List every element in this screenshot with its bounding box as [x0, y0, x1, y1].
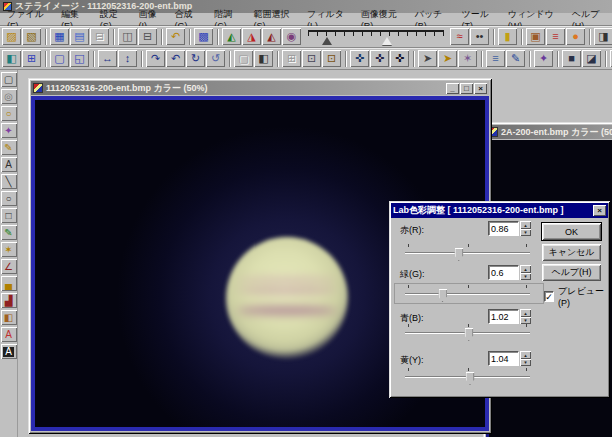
red-slider-thumb[interactable] — [454, 248, 463, 261]
grid-add-button[interactable]: ⊞ — [22, 50, 41, 67]
composite-button[interactable]: ▩ — [194, 28, 213, 45]
blue-spin-down[interactable]: ▾ — [520, 317, 531, 325]
comet-brush-button[interactable]: ✦ — [534, 50, 553, 67]
pseudo-color-button[interactable]: ▮ — [498, 28, 517, 45]
pan-tool[interactable]: ◎ — [1, 89, 17, 104]
levels-icon: ◭ — [227, 31, 235, 42]
pan-hand-button[interactable]: ✜ — [350, 50, 369, 67]
palette-tool[interactable]: ◧ — [1, 310, 17, 325]
text-color-tool[interactable]: A — [1, 327, 17, 342]
resize-button[interactable]: ◱ — [70, 50, 89, 67]
level-high-marker[interactable] — [382, 37, 392, 45]
batch-adjust-button[interactable]: ≡ — [486, 50, 505, 67]
annotate-button[interactable]: ✎ — [506, 50, 525, 67]
toolbar-main: ▨▧▦▤⊟◫⊟↶▩◭◮◭◉≈••▮▣≡●◨ — [0, 26, 612, 48]
printer-button[interactable]: ⊟ — [138, 28, 157, 45]
yellow-spin-up[interactable]: ▴ — [520, 351, 531, 359]
yellow-input[interactable] — [488, 351, 519, 366]
dialog-close-button[interactable]: × — [593, 205, 606, 216]
snapshot-button[interactable]: ◨ — [594, 28, 612, 45]
line-tool[interactable]: ╲ — [1, 174, 17, 189]
level-low-marker[interactable] — [322, 37, 332, 45]
yellow-spin-down[interactable]: ▾ — [520, 359, 531, 367]
scan-button[interactable]: ◫ — [118, 28, 137, 45]
dialog-titlebar[interactable]: Lab色彩調整 [ 1112052316-200-ent.bmp ] × — [391, 203, 608, 218]
flip-horizontal-button[interactable]: ↔ — [98, 50, 117, 67]
image-window-2-titlebar[interactable]: 2A-200-ent.bmp カラー (50%) — [486, 125, 612, 139]
open-folder-button[interactable]: ▧ — [22, 28, 41, 45]
rotate-free-button[interactable]: ↺ — [206, 50, 225, 67]
color-wheel-button[interactable]: ● — [566, 28, 585, 45]
duplicate-window-button[interactable]: ⊡ — [302, 50, 321, 67]
histogram-tool[interactable]: ▟ — [1, 293, 17, 308]
open-file-button[interactable]: ▨ — [2, 28, 21, 45]
yellow-slider-thumb[interactable] — [466, 372, 475, 385]
marquee-tool[interactable]: ▢ — [1, 72, 17, 87]
undo-button[interactable]: ↶ — [166, 28, 185, 45]
tone-curve-button[interactable]: ≈ — [450, 28, 469, 45]
preview-checkbox-label: プレビュー(P) — [558, 285, 610, 308]
red-input[interactable] — [488, 221, 519, 236]
text-invert-tool[interactable]: A — [1, 344, 17, 359]
image-window-1-titlebar[interactable]: 1112052316-200-ent.bmp カラー (50%) _□× — [31, 81, 489, 95]
dark-frame-icon: ■ — [568, 53, 575, 64]
dark-frame-button[interactable]: ■ — [562, 50, 581, 67]
blink-compare-button[interactable]: •• — [470, 28, 489, 45]
pointer-button[interactable]: ➤ — [418, 50, 437, 67]
red-spin-down[interactable]: ▾ — [520, 229, 531, 237]
green-spin-down[interactable]: ▾ — [520, 273, 531, 281]
measure-tool[interactable]: ∠ — [1, 259, 17, 274]
text-tool[interactable]: A — [1, 157, 17, 172]
save-button[interactable]: ▦ — [50, 28, 69, 45]
flat-frame-button[interactable]: ◪ — [582, 50, 601, 67]
rectangle-tool[interactable]: □ — [1, 208, 17, 223]
levels-adjust-button[interactable]: ◭ — [262, 28, 281, 45]
pointer-star-button[interactable]: ➤ — [438, 50, 457, 67]
green-slider-thumb[interactable] — [438, 289, 447, 302]
pencil-tool[interactable]: ✎ — [1, 225, 17, 240]
wand-tool[interactable]: ✶ — [1, 242, 17, 257]
yellow-slider[interactable] — [405, 368, 530, 384]
levels-zoom-button[interactable]: ◉ — [282, 28, 301, 45]
preview-checkbox[interactable]: ✓ — [544, 291, 554, 302]
select-frame-button[interactable]: ▢ — [50, 50, 69, 67]
rotate-right-button[interactable]: ↷ — [146, 50, 165, 67]
minimize-button[interactable]: _ — [446, 83, 459, 94]
thumbnail-button[interactable]: ▣ — [526, 28, 545, 45]
dropper-tool[interactable]: ✎ — [1, 140, 17, 155]
flip-vertical-button[interactable]: ↕ — [118, 50, 137, 67]
rotate-180-button[interactable]: ↻ — [186, 50, 205, 67]
zoom-tool[interactable]: ○ — [1, 106, 17, 121]
close-button[interactable]: × — [474, 83, 487, 94]
rgb-align-button[interactable]: ≡ — [546, 28, 565, 45]
align-stars-button[interactable]: ✶ — [458, 50, 477, 67]
blue-slider-thumb[interactable] — [464, 328, 473, 341]
mask-paint-button[interactable]: ◧ — [2, 50, 21, 67]
green-spin-up[interactable]: ▴ — [520, 265, 531, 273]
blue-spin-up[interactable]: ▴ — [520, 309, 531, 317]
rotate-left-button[interactable]: ↶ — [166, 50, 185, 67]
blue-input[interactable] — [488, 309, 519, 324]
help-button[interactable]: ヘルプ(H) — [542, 264, 601, 281]
red-slider-track[interactable] — [405, 252, 530, 254]
levels-red-green-button[interactable]: ◮ — [242, 28, 261, 45]
green-slider-track[interactable] — [405, 293, 530, 295]
levels-button[interactable]: ◭ — [222, 28, 241, 45]
ellipse-tool[interactable]: ○ — [1, 191, 17, 206]
cancel-button[interactable]: キャンセル — [542, 244, 601, 261]
gradation-map-button[interactable]: ◧ — [254, 50, 273, 67]
ok-button[interactable]: OK — [542, 223, 601, 240]
red-spin-up[interactable]: ▴ — [520, 221, 531, 229]
green-input[interactable] — [488, 265, 519, 280]
green-slider[interactable] — [405, 285, 530, 301]
save-as-button[interactable]: ▤ — [70, 28, 89, 45]
stamp-tool[interactable]: ▄ — [1, 276, 17, 291]
pan-zoom-button[interactable]: ✜ — [370, 50, 389, 67]
image-info-button[interactable]: ⊡ — [322, 50, 341, 67]
maximize-button[interactable]: □ — [460, 83, 473, 94]
blue-slider[interactable] — [405, 324, 530, 340]
pan-dark-button[interactable]: ✜ — [390, 50, 409, 67]
comet-tool[interactable]: ✦ — [1, 123, 17, 138]
display-level-slider[interactable] — [306, 28, 446, 46]
red-slider[interactable] — [405, 244, 530, 260]
